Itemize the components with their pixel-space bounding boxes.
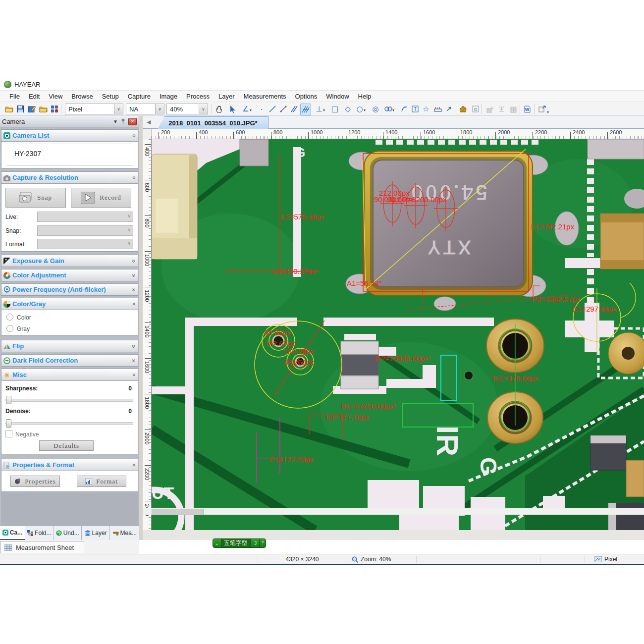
menu-image[interactable]: Image — [155, 93, 182, 100]
panel-color-gray-header[interactable]: Color/Gray » — [1, 298, 138, 310]
horizontal-scrollbar[interactable] — [143, 508, 644, 515]
delete-layer-icon[interactable] — [508, 104, 518, 114]
snap-button[interactable]: Snap — [5, 188, 66, 208]
tab-camera[interactable]: Ca... — [0, 526, 25, 540]
collapse-icon[interactable]: » — [131, 463, 138, 467]
align-center-icon[interactable] — [496, 104, 506, 114]
ime-chevron-icon[interactable]: ⌄ — [213, 539, 221, 547]
chevron-down-icon[interactable]: ▾ — [364, 108, 366, 112]
color-radio[interactable]: Color — [6, 314, 31, 321]
collapse-icon[interactable]: » — [131, 302, 138, 306]
ime-halfmoon-icon[interactable]: ☽ — [251, 539, 260, 547]
denoise-slider[interactable] — [5, 422, 133, 425]
gray-radio[interactable]: Gray — [6, 325, 30, 332]
menu-file[interactable]: File — [5, 93, 24, 100]
caliper-tool-icon[interactable] — [433, 104, 443, 114]
menu-browse[interactable]: Browse — [67, 93, 97, 100]
collapse-icon[interactable]: » — [131, 134, 138, 137]
camera-device-item[interactable]: HY-2307 — [14, 150, 41, 158]
format-select[interactable] — [37, 239, 133, 249]
expand-icon[interactable]: » — [131, 359, 138, 362]
chevron-down-icon[interactable]: ∨ — [114, 104, 123, 114]
dropdown-icon[interactable]: ▼ — [113, 119, 118, 124]
edit-image-icon[interactable] — [27, 104, 37, 114]
record-button[interactable]: Record — [71, 188, 131, 208]
measurement-sheet-tab[interactable]: Measurement Sheet — [0, 541, 84, 553]
collapse-icon[interactable]: » — [131, 373, 138, 376]
concentric-circle-tool-icon[interactable]: ◎ — [371, 104, 380, 114]
open-file-icon[interactable] — [4, 104, 14, 114]
layout-grid-icon[interactable] — [50, 104, 59, 114]
panel-color-adjustment-header[interactable]: Color Adjustment » — [1, 269, 138, 281]
export-icon[interactable] — [537, 104, 547, 114]
expand-icon[interactable]: » — [131, 259, 138, 263]
parallel-lines-tool-icon[interactable] — [289, 104, 299, 114]
arc-tool-icon[interactable] — [399, 104, 409, 114]
text-tool-icon[interactable]: T — [410, 104, 420, 114]
snap-resolution-select[interactable] — [37, 225, 133, 236]
ime-bar[interactable]: ⌄ 五笔字型 ☽ ” — [213, 538, 266, 548]
tab-layer[interactable]: Layer — [82, 526, 110, 540]
image-canvas[interactable]: G IR G UT — [152, 139, 644, 530]
properties-button[interactable]: Properties — [10, 476, 60, 487]
menu-edit[interactable]: Edit — [24, 93, 44, 100]
negative-checkbox[interactable]: Negative — [5, 430, 39, 438]
chevron-down-icon[interactable]: ∨ — [155, 104, 164, 114]
document-tab[interactable]: 2018_0101_003554_010.JPG* — [158, 116, 268, 129]
close-icon[interactable]: ✕ — [128, 118, 137, 125]
angle-tool-icon[interactable]: ∠ — [241, 104, 251, 114]
panel-exposure-header[interactable]: Exposure & Gain » — [1, 255, 138, 267]
tab-measurements[interactable]: Mea... — [110, 526, 139, 540]
zoom-select[interactable]: 40% ∨ — [166, 104, 208, 114]
chevron-down-icon[interactable]: ▾ — [547, 110, 549, 114]
histogram-icon[interactable] — [459, 104, 469, 114]
splitter[interactable] — [139, 116, 143, 540]
live-select[interactable] — [37, 212, 133, 222]
pin-icon[interactable] — [121, 118, 125, 125]
panel-dark-field-header[interactable]: Dark Field Correction » — [1, 354, 138, 367]
pan-hand-icon[interactable] — [214, 104, 224, 114]
save-icon[interactable] — [15, 104, 25, 114]
tab-undo[interactable]: Und... — [54, 526, 82, 540]
menu-capture[interactable]: Capture — [123, 93, 155, 100]
menu-setup[interactable]: Setup — [98, 93, 123, 100]
select-arrow-icon[interactable] — [228, 104, 238, 114]
ellipse-tool-icon[interactable]: ○ — [355, 104, 365, 114]
denoise-slider-thumb[interactable] — [6, 419, 11, 428]
chevron-down-icon[interactable]: ▾ — [392, 108, 394, 112]
menu-measurements[interactable]: Measurements — [239, 93, 291, 100]
rhombus-tool-icon[interactable]: ◇ — [343, 104, 353, 114]
chevron-down-icon[interactable]: ▾ — [323, 108, 325, 112]
expand-icon[interactable]: » — [131, 288, 138, 291]
ime-punct-icon[interactable]: ” — [260, 539, 266, 547]
expand-icon[interactable]: » — [131, 344, 138, 348]
chevron-down-icon[interactable]: ∨ — [199, 104, 208, 114]
grid-toggle-icon[interactable]: G — [471, 104, 481, 114]
menu-help[interactable]: Help — [354, 93, 376, 100]
sharpness-slider[interactable] — [5, 399, 133, 402]
na-select[interactable]: NA ∨ — [126, 104, 164, 114]
menu-options[interactable]: Options — [291, 93, 322, 100]
rectangle-tool-icon[interactable]: □ — [330, 104, 340, 114]
expand-icon[interactable]: » — [131, 273, 138, 277]
ime-mode-label[interactable]: 五笔字型 — [221, 539, 251, 547]
format-button[interactable]: Format — [77, 476, 126, 487]
sharpness-slider-thumb[interactable] — [6, 396, 11, 404]
menu-layer[interactable]: Layer — [214, 93, 239, 100]
star-tool-icon[interactable]: ☆ — [421, 104, 431, 114]
panel-misc-header[interactable]: ✳ Misc » — [1, 369, 138, 381]
menu-process[interactable]: Process — [182, 93, 214, 100]
word-export-icon[interactable]: W — [522, 104, 532, 114]
panel-properties-format-header[interactable]: Properties & Format » — [1, 459, 138, 471]
tab-folders[interactable]: Fold... — [25, 526, 54, 540]
unit-select[interactable]: Pixel ∨ — [65, 104, 123, 114]
scrollbar-thumb[interactable] — [152, 509, 204, 515]
move-layer-icon[interactable] — [484, 104, 494, 114]
panel-flip-header[interactable]: Flip » — [1, 340, 138, 352]
collapse-icon[interactable]: » — [131, 176, 138, 179]
annulus-tool-icon[interactable] — [383, 104, 393, 114]
panel-camera-list-header[interactable]: Camera List » — [1, 129, 138, 142]
line-tool-icon[interactable] — [268, 104, 277, 114]
hatched-parallel-tool-icon[interactable] — [300, 104, 311, 115]
arrow-ne-tool-icon[interactable]: ↗ — [444, 104, 454, 114]
